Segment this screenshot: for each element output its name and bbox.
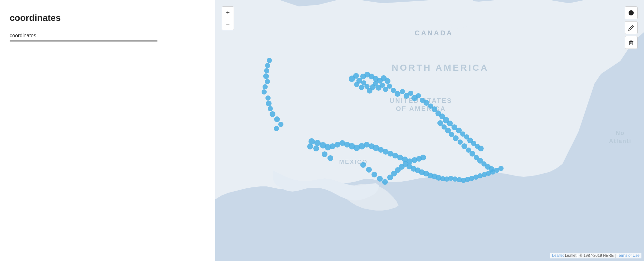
- draw-circle-button[interactable]: [625, 6, 638, 19]
- panel-title: coordinates: [10, 13, 206, 23]
- svg-rect-9: [630, 41, 633, 45]
- svg-text:MEXICO: MEXICO: [339, 159, 368, 165]
- leaflet-link[interactable]: Leaflet: [552, 253, 564, 258]
- edit-button[interactable]: [625, 21, 638, 34]
- trash-icon: [628, 39, 634, 46]
- field-underline: [10, 40, 157, 41]
- svg-text:No: No: [616, 130, 625, 136]
- zoom-controls: + −: [222, 6, 234, 30]
- left-panel: coordinates coordinates: [0, 0, 215, 261]
- svg-text:Atlanti: Atlanti: [609, 138, 631, 144]
- svg-text:UNITED STATES: UNITED STATES: [390, 97, 452, 104]
- zoom-in-button[interactable]: +: [222, 7, 234, 18]
- svg-text:OF AMERICA: OF AMERICA: [396, 105, 446, 112]
- map-background: CANADA NORTH AMERICA UNITED STATES OF AM…: [215, 0, 644, 261]
- delete-button[interactable]: [625, 36, 638, 49]
- terms-of-use-link[interactable]: Terms of Use: [617, 253, 640, 258]
- svg-text:NORTH AMERICA: NORTH AMERICA: [392, 63, 489, 73]
- edit-icon: [628, 24, 634, 31]
- zoom-out-button[interactable]: −: [222, 18, 234, 30]
- svg-point-8: [629, 10, 634, 15]
- right-toolbar: [625, 6, 638, 49]
- attribution-text: Leaflet | © 1987-2019 HERE |: [565, 253, 617, 258]
- circle-icon: [628, 10, 634, 16]
- map-attribution: Leaflet Leaflet | © 1987-2019 HERE | Ter…: [550, 253, 641, 258]
- field-label: coordinates: [10, 33, 206, 39]
- svg-text:CANADA: CANADA: [415, 29, 453, 37]
- map-container: CANADA NORTH AMERICA UNITED STATES OF AM…: [215, 0, 644, 261]
